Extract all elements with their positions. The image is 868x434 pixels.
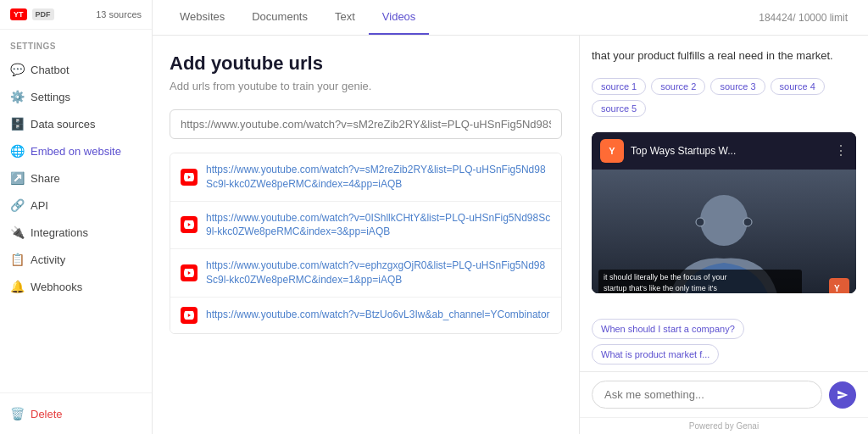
list-item: https://www.youtube.com/watch?v=0IShllkC… bbox=[170, 202, 561, 250]
sidebar-logo: YT PDF bbox=[10, 8, 54, 20]
video-more-button[interactable]: ⋮ bbox=[834, 142, 848, 159]
video-frame: it should literally be the focus of your… bbox=[592, 170, 856, 294]
activity-icon: 📋 bbox=[10, 253, 24, 266]
tabs-bar: Websites Documents Text Videos 184424/ 1… bbox=[153, 0, 868, 36]
chat-panel: that your product fulfills a real need i… bbox=[580, 36, 868, 434]
sidebar-item-delete[interactable]: 🗑️ Delete bbox=[0, 400, 152, 427]
content-area: Add youtube urls Add urls from youtube t… bbox=[153, 36, 868, 434]
video-title-row: Y Top Ways Startups W... bbox=[600, 139, 736, 163]
svg-point-4 bbox=[743, 218, 752, 226]
sidebar-item-settings[interactable]: ⚙️ Settings bbox=[0, 83, 152, 110]
embed-icon: 🌐 bbox=[10, 144, 24, 158]
usage-limit: 184424/ 10000 limit bbox=[752, 12, 854, 24]
delete-icon: 🗑️ bbox=[10, 407, 24, 420]
logo-youtube: YT bbox=[10, 8, 27, 20]
video-thumbnail[interactable]: it should literally be the focus of your… bbox=[592, 170, 856, 294]
tab-text[interactable]: Text bbox=[321, 0, 369, 35]
sidebar-item-label: Activity bbox=[31, 253, 65, 266]
sidebar-header: YT PDF 13 sources bbox=[0, 0, 152, 30]
chat-messages: that your product fulfills a real need i… bbox=[580, 36, 868, 312]
source-tags: source 1 source 2 source 3 source 4 sour… bbox=[592, 78, 856, 117]
left-panel: Add youtube urls Add urls from youtube t… bbox=[153, 36, 580, 434]
youtube-icon bbox=[181, 264, 198, 281]
send-icon bbox=[837, 389, 849, 401]
chat-message: that your product fulfills a real need i… bbox=[592, 47, 856, 64]
sidebar-item-label: Data sources bbox=[31, 118, 96, 131]
sidebar-item-integrations[interactable]: 🔌 Integrations bbox=[0, 219, 152, 246]
source-tag-5[interactable]: source 5 bbox=[592, 100, 646, 117]
settings-section-label: SETTINGS bbox=[0, 30, 152, 56]
source-tag-1[interactable]: source 1 bbox=[592, 78, 646, 95]
url-list: https://www.youtube.com/watch?v=sM2reZib… bbox=[170, 153, 562, 334]
chatbot-icon: 💬 bbox=[10, 63, 24, 76]
send-button[interactable] bbox=[829, 381, 856, 409]
sidebar-item-data-sources[interactable]: 🗄️ Data sources bbox=[0, 110, 152, 137]
video-header: Y Top Ways Startups W... ⋮ bbox=[592, 132, 856, 170]
chat-footer: Powered by Genai bbox=[580, 417, 868, 434]
suggestion-chip-1[interactable]: When should I start a company? bbox=[592, 319, 744, 339]
database-icon: 🗄️ bbox=[10, 117, 24, 131]
chat-input[interactable] bbox=[592, 381, 822, 409]
tabs: Websites Documents Text Videos bbox=[166, 0, 429, 35]
sidebar-item-share[interactable]: ↗️ Share bbox=[0, 164, 152, 192]
sidebar-item-activity[interactable]: 📋 Activity bbox=[0, 246, 152, 273]
delete-label: Delete bbox=[31, 408, 63, 420]
url-input[interactable] bbox=[170, 109, 562, 139]
list-item: https://www.youtube.com/watch?v=sM2reZib… bbox=[170, 153, 561, 202]
page-title: Add youtube urls bbox=[170, 53, 562, 75]
sidebar-item-api[interactable]: 🔗 API bbox=[0, 192, 152, 219]
youtube-icon bbox=[181, 216, 198, 233]
svg-text:startup that's like the only t: startup that's like the only time it's bbox=[604, 284, 717, 292]
sidebar-item-chatbot[interactable]: 💬 Chatbot bbox=[0, 56, 152, 83]
main-panel: Websites Documents Text Videos 184424/ 1… bbox=[153, 0, 868, 434]
sidebar-item-label: Settings bbox=[31, 91, 70, 103]
url-link-2[interactable]: https://www.youtube.com/watch?v=0IShllkC… bbox=[206, 211, 551, 240]
integrations-icon: 🔌 bbox=[10, 225, 24, 239]
sidebar-item-label: Share bbox=[31, 172, 60, 185]
sidebar-item-webhooks[interactable]: 🔔 Webhooks bbox=[0, 273, 152, 300]
list-item: https://www.youtube.com/watch?v=BtzUo6vL… bbox=[170, 298, 561, 333]
sidebar: YT PDF 13 sources SETTINGS 💬 Chatbot ⚙️ … bbox=[0, 0, 153, 434]
suggestion-chip-2[interactable]: What is product market f... bbox=[592, 344, 719, 364]
sidebar-item-label: Chatbot bbox=[31, 64, 70, 76]
chat-input-area bbox=[580, 371, 868, 417]
url-link-4[interactable]: https://www.youtube.com/watch?v=BtzUo6vL… bbox=[206, 308, 550, 322]
suggestion-chips: When should I start a company? What is p… bbox=[580, 312, 868, 371]
source-tag-2[interactable]: source 2 bbox=[651, 78, 705, 95]
svg-text:it should literally be the foc: it should literally be the focus of your bbox=[604, 273, 727, 281]
webhooks-icon: 🔔 bbox=[10, 280, 24, 293]
page-subtitle: Add urls from youtube to train your geni… bbox=[170, 80, 562, 92]
tab-documents[interactable]: Documents bbox=[238, 0, 321, 35]
tab-videos[interactable]: Videos bbox=[369, 0, 430, 35]
svg-point-2 bbox=[700, 195, 748, 246]
video-yt-icon: Y bbox=[600, 139, 624, 163]
video-embed: Y Top Ways Startups W... ⋮ bbox=[592, 132, 856, 294]
sidebar-item-embed[interactable]: 🌐 Embed on website bbox=[0, 137, 152, 164]
gear-icon: ⚙️ bbox=[10, 90, 24, 103]
api-icon: 🔗 bbox=[10, 198, 24, 212]
video-title: Top Ways Startups W... bbox=[631, 145, 736, 157]
sidebar-item-label: Embed on website bbox=[31, 145, 121, 158]
source-tag-3[interactable]: source 3 bbox=[710, 78, 765, 95]
youtube-icon bbox=[181, 307, 198, 324]
url-link-3[interactable]: https://www.youtube.com/watch?v=ephzgxgO… bbox=[206, 259, 551, 287]
sources-count: 13 sources bbox=[96, 9, 142, 19]
logo-pdf: PDF bbox=[32, 8, 54, 20]
youtube-icon bbox=[181, 169, 198, 186]
list-item: https://www.youtube.com/watch?v=ephzgxgO… bbox=[170, 249, 561, 298]
svg-text:Y: Y bbox=[834, 284, 840, 293]
url-input-container bbox=[170, 109, 562, 139]
sidebar-item-label: Integrations bbox=[31, 226, 88, 239]
url-link-1[interactable]: https://www.youtube.com/watch?v=sM2reZib… bbox=[206, 163, 551, 192]
source-tag-4[interactable]: source 4 bbox=[771, 78, 825, 95]
svg-point-3 bbox=[696, 218, 704, 226]
sidebar-item-label: Webhooks bbox=[31, 281, 82, 293]
share-icon: ↗️ bbox=[10, 171, 24, 185]
sidebar-item-label: API bbox=[31, 199, 48, 212]
tab-websites[interactable]: Websites bbox=[166, 0, 238, 35]
